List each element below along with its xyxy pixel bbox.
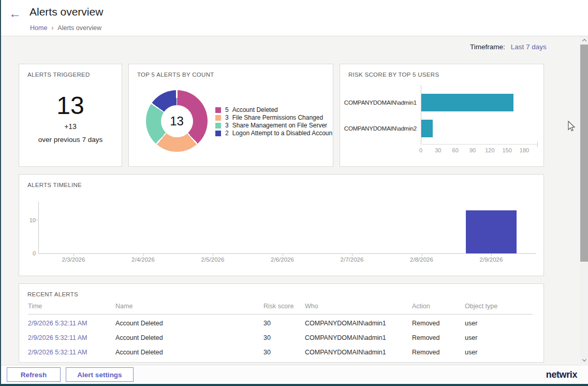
risk-bar[interactable] [421,120,433,137]
legend-count: 3 [225,114,229,122]
page-title: Alerts overview [30,6,103,18]
timeline-date-label: 2/8/2026 [410,256,433,263]
alert-time-cell: 2/9/2026 5:32:11 AM [28,331,115,345]
risk-x-axis [421,144,538,145]
alerts-triggered-card: ALERTS TRIGGERED 13 +13 over previous 7 … [19,64,122,167]
alerts-rows: 2/9/2026 5:32:11 AMAccount Deleted30COMP… [19,316,533,360]
risk-user-label: COMPANYDOMAIN\admin1 [340,94,417,111]
risk-score-card: RISK SCORE BY TOP 5 USERS COMPANYDOMAIN\… [340,64,544,167]
legend-swatch-icon [215,107,221,113]
col-header-risk-score: Risk score [263,303,305,310]
alerts-timeline-title: ALERTS TIMELINE [27,182,82,188]
timeline-axis-tick [213,254,213,256]
app-header: ← Alerts overview Home›Alerts overview [0,0,588,36]
alert-object-type-cell: user [465,316,533,331]
legend-label: File Share Permissions Changed [232,114,323,122]
timeline-date-label: 2/5/2026 [201,256,225,263]
alert-name-cell: Account Deleted [115,316,263,331]
alert-risk-score-cell: 30 [263,316,305,331]
risk-axis-tick-label: 120 [485,147,494,153]
risk-axis-tick-label: 150 [502,147,511,153]
alert-time-cell: 2/9/2026 5:32:11 AM [28,345,115,360]
back-arrow-icon[interactable]: ← [7,6,23,21]
timeline-bar[interactable] [466,210,517,253]
timeline-date-label: 2/9/2026 [480,256,503,263]
scrollbar-thumb[interactable] [580,45,588,262]
timeline-ytick-mark [36,220,38,220]
legend-item: 3Share Management on File Server [215,122,333,130]
col-header-who: Who [305,303,412,310]
timeframe-row: Timeframe: Last 7 days [470,43,547,51]
risk-axis-tick-label: 30 [435,147,441,153]
top-alerts-card: TOP 5 ALERTS BY COUNT 13 5Account Delete… [128,64,333,167]
recent-alerts-header-row: Time Name Risk score Who Action Object t… [19,303,533,310]
timeline-plot [38,202,536,253]
risk-score-title: RISK SCORE BY TOP 5 USERS [348,72,439,78]
risk-y-axis [421,85,421,144]
donut-center-label: 13 [161,105,193,137]
risk-user-label: COMPANYDOMAIN\admin2 [340,120,417,137]
timeline-axis-tick [283,254,283,256]
risk-bar[interactable] [421,94,513,111]
risk-axis-tick-label: 60 [452,147,459,153]
scroll-down-icon[interactable] [580,356,588,364]
bottom-accent-bar [0,384,588,386]
header-divider [28,314,533,314]
alert-table-row: 2/9/2026 5:32:11 AMAccount Deleted30COMP… [19,331,533,345]
timeline-axis-tick [352,254,352,256]
alert-time-link[interactable]: 2/9/2026 5:32:11 AM [28,334,87,341]
alert-object-type-cell: user [465,345,533,360]
timeline-x-axis [38,253,536,254]
breadcrumb-separator-icon: › [51,24,53,32]
alert-time-link[interactable]: 2/9/2026 5:32:11 AM [28,349,87,356]
legend-swatch-icon [215,131,221,136]
timeline-axis-tick [491,254,492,256]
chevron-up-icon [582,39,586,43]
risk-axis-end-tick [537,142,538,147]
recent-alerts-title: RECENT ALERTS [27,291,78,297]
alerts-triggered-caption: over previous 7 days [19,136,122,144]
vertical-scrollbar[interactable] [580,36,588,364]
legend-item: 2Logon Attempt to a Disabled Accoun [215,130,333,137]
alert-action-cell: Removed [412,331,465,345]
alerts-timeline-card: ALERTS TIMELINE 010 2/3/20262/4/20262/5/… [19,174,544,276]
timeline-dates: 2/3/20262/4/20262/5/20262/6/20262/7/2026… [19,256,543,265]
risk-axis-tick-label: 90 [469,147,476,153]
timeframe-value-link[interactable]: Last 7 days [511,43,547,51]
alerts-triggered-count: 13 [19,91,122,120]
timeframe-label: Timeframe: [470,43,505,51]
alert-who-cell: COMPANYDOMAIN\admin1 [305,331,412,345]
timeline-date-label: 2/4/2026 [131,256,155,263]
col-header-name: Name [115,303,263,310]
dashboard-content: Timeframe: Last 7 days ALERTS TRIGGERED … [0,36,580,365]
legend-label: Account Deleted [232,106,278,114]
breadcrumb: Home›Alerts overview [30,24,101,32]
alert-settings-button[interactable]: Alert settings [66,367,134,382]
timeline-ytick-label: 0 [33,250,36,256]
alert-object-type-cell: user [465,331,533,345]
alert-table-row: 2/9/2026 5:32:11 AMAccount Deleted30COMP… [19,316,533,331]
alerts-overview-screen: ← Alerts overview Home›Alerts overview T… [0,0,588,386]
alert-action-cell: Removed [412,345,465,360]
chevron-down-icon [582,357,586,361]
scroll-up-icon[interactable] [580,36,588,44]
alert-time-link[interactable]: 2/9/2026 5:32:11 AM [28,320,87,327]
alert-table-row: 2/9/2026 5:32:11 AMAccount Deleted30COMP… [19,345,533,360]
legend-item: 3File Share Permissions Changed [215,114,333,122]
timeline-axis-tick [422,254,422,256]
donut-legend: 5Account Deleted3File Share Permissions … [215,106,333,137]
alert-action-cell: Removed [412,316,465,331]
legend-item: 5Account Deleted [215,106,333,114]
alert-who-cell: COMPANYDOMAIN\admin1 [305,316,412,331]
timeline-yticks: 010 [23,202,36,253]
risk-axis-tick-label: 0 [419,147,422,153]
alerts-triggered-delta: +13 [19,122,122,131]
alert-name-cell: Account Deleted [115,331,263,345]
left-edge-accent [0,0,1,386]
recent-alerts-card: RECENT ALERTS Time Name Risk score Who A… [19,283,544,363]
netwrix-logo: netwrix [546,369,577,380]
legend-label: Share Management on File Server [232,122,327,130]
donut-chart[interactable]: 13 [146,90,208,152]
breadcrumb-home-link[interactable]: Home [30,24,47,32]
refresh-button[interactable]: Refresh [7,367,61,382]
